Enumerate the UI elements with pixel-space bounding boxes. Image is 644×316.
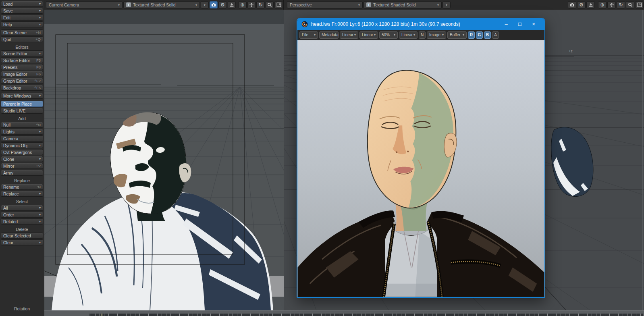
render-canvas — [297, 40, 544, 297]
camera-viewport[interactable] — [44, 10, 284, 310]
center-target-icon: ⊕ — [600, 2, 604, 7]
rotate-view-icon[interactable]: ↻ — [256, 1, 265, 8]
camera-view-icon[interactable] — [568, 1, 576, 8]
replace-button[interactable]: Replace▾ — [1, 191, 43, 197]
viewport-icon-cluster: ⚙ ⊕ ↻ — [567, 1, 644, 8]
shading-mode-dropdown[interactable]: TTextured Shaded Solid▾ — [123, 1, 200, 8]
chevron-down-icon: ▾ — [39, 16, 41, 19]
sidebar-menu-load[interactable]: Load▾ — [1, 1, 43, 7]
studio-live-button[interactable]: Studio LIVE — [1, 108, 43, 114]
mirror-button[interactable]: Mirror+V — [1, 163, 43, 169]
shortcut-label: +N — [36, 30, 41, 35]
backdrop-button[interactable]: Backdrop^F5 — [1, 85, 43, 91]
colorspace-dropdown-3[interactable]: Linear▾ — [399, 31, 418, 39]
array-button[interactable]: Array — [1, 170, 43, 176]
minimize-button[interactable]: – — [499, 19, 513, 30]
file-dropdown[interactable]: File▾ — [299, 31, 318, 39]
frame-ruler[interactable] — [89, 314, 643, 316]
save-view-icon[interactable] — [586, 1, 595, 8]
sidebar-menu-save[interactable]: Save▾ — [1, 8, 43, 14]
select-all-button[interactable]: All▾ — [1, 205, 43, 211]
channel-blue-button[interactable]: B — [484, 31, 491, 39]
shading-options-dropdown[interactable]: ▾ — [201, 1, 209, 8]
maximize-button[interactable]: □ — [513, 19, 527, 30]
render-window-toolbar: File▾ Metadata Linear▾ Linear▾ 50%▾ Line… — [297, 30, 544, 40]
current-frame-marker[interactable] — [102, 314, 102, 316]
select-order-button[interactable]: Order▾ — [1, 212, 43, 218]
surface-editor-button[interactable]: Surface EditorF5 — [1, 57, 43, 63]
rotate-view-icon[interactable]: ↻ — [617, 1, 625, 8]
viewport-layout-icon[interactable] — [635, 1, 644, 8]
image-dropdown[interactable]: Image▾ — [427, 31, 446, 39]
metadata-button[interactable]: Metadata — [319, 31, 339, 39]
zoom-view-icon[interactable] — [266, 1, 274, 8]
more-windows-button[interactable]: More Windows▾ — [1, 93, 43, 99]
render-window-titlebar[interactable]: head.lws Fr:0000 Lyr:6 (1200 x 1280 128 … — [297, 19, 544, 30]
viewport-layout-icon[interactable] — [274, 1, 283, 8]
camera-view-icon[interactable] — [210, 1, 218, 8]
rotate-icon: ↻ — [259, 2, 263, 7]
add-null-button[interactable]: Null^N — [1, 122, 43, 128]
sidebar-menu-edit[interactable]: Edit▾ — [1, 15, 43, 21]
buffer-dropdown[interactable]: Buffer▾ — [447, 31, 467, 39]
section-header-select: Select — [1, 199, 43, 204]
colorspace-dropdown-1[interactable]: Linear▾ — [340, 31, 358, 39]
view-select-dropdown[interactable]: Perspective▾ — [287, 1, 363, 8]
section-header-editors: Editors — [1, 45, 43, 50]
chevron-down-icon: ▾ — [358, 3, 360, 7]
save-view-icon[interactable] — [228, 1, 236, 8]
channel-alpha-button[interactable]: A — [492, 31, 499, 39]
quit-button[interactable]: Quit+Q — [1, 36, 43, 42]
timeline[interactable] — [44, 310, 644, 316]
center-view-icon[interactable]: ⊕ — [238, 1, 247, 8]
add-lights-button[interactable]: Lights▾ — [1, 129, 43, 135]
pan-view-icon[interactable] — [247, 1, 256, 8]
clear-scene-button[interactable]: Clear Scene+N — [1, 29, 43, 35]
colorspace-dropdown-2[interactable]: Linear▾ — [359, 31, 378, 39]
chevron-down-icon: ▾ — [39, 23, 41, 26]
pan-view-icon[interactable] — [607, 1, 616, 8]
normalize-button[interactable]: N — [419, 31, 426, 39]
camera-viewport-canvas — [44, 10, 284, 310]
close-button[interactable]: × — [527, 19, 540, 30]
presets-button[interactable]: PresetsF8 — [1, 64, 43, 70]
graph-editor-button[interactable]: Graph Editor^F2 — [1, 78, 43, 84]
add-camera-button[interactable]: Camera — [1, 135, 43, 141]
export-download-icon — [229, 2, 234, 7]
rendered-image[interactable] — [297, 40, 544, 297]
clear-button[interactable]: Clear▾ — [1, 239, 43, 245]
sidebar-menu-help[interactable]: Help▾ — [1, 21, 43, 27]
chevron-down-icon: ▾ — [314, 33, 316, 37]
add-dynamic-obj-button[interactable]: Dynamic Obj▾ — [1, 142, 43, 148]
zoom-view-icon[interactable] — [626, 1, 634, 8]
center-view-icon[interactable]: ⊕ — [598, 1, 607, 8]
clear-selected-button[interactable]: Clear Selected- — [1, 233, 43, 239]
select-related-button[interactable]: Related▾ — [1, 218, 43, 225]
scene-editor-button[interactable]: Scene Editor▾ — [1, 50, 43, 56]
chevron-down-icon: ▾ — [446, 3, 447, 7]
pan-arrows-icon — [609, 2, 614, 7]
zoom-level-dropdown[interactable]: 50%▾ — [379, 31, 398, 39]
viewport-settings-icon[interactable]: ⚙ — [577, 1, 586, 8]
camera-viewport-toolbar: Current Camera▾ TTextured Shaded Solid▾ … — [44, 0, 284, 10]
camera-select-dropdown[interactable]: Current Camera▾ — [46, 1, 123, 8]
parent-in-place-button[interactable]: Parent in Place — [1, 101, 43, 107]
image-editor-button[interactable]: Image EditorF6 — [1, 71, 43, 77]
render-window: head.lws Fr:0000 Lyr:6 (1200 x 1280 128 … — [297, 18, 545, 298]
viewport-settings-icon[interactable]: ⚙ — [218, 1, 227, 8]
shortcut-label: ^N — [36, 123, 41, 127]
channel-green-button[interactable]: G — [476, 31, 483, 39]
channel-red-button[interactable]: R — [468, 31, 475, 39]
lightwave-layout-app: Load▾ Save▾ Edit▾ Help▾ Clear Scene+N Qu… — [0, 0, 644, 316]
clone-button[interactable]: Clone▾ — [1, 156, 43, 162]
chevron-down-icon: ▾ — [39, 206, 41, 210]
shading-mode-dropdown[interactable]: TTextured Shaded Solid▾ — [364, 1, 442, 8]
chevron-down-icon: ▾ — [39, 241, 41, 244]
chevron-down-icon: ▾ — [374, 33, 376, 37]
shading-options-dropdown[interactable]: ▾ — [442, 1, 451, 8]
cvt-powergons-button[interactable]: Cvt Powergons — [1, 149, 43, 155]
rename-button[interactable]: Rename'N — [1, 184, 43, 190]
perspective-viewport-toolbar: Perspective▾ TTextured Shaded Solid▾ ▾ ⚙… — [284, 0, 644, 10]
gear-icon: ⚙ — [579, 2, 584, 7]
chevron-down-icon: ▾ — [39, 158, 41, 161]
